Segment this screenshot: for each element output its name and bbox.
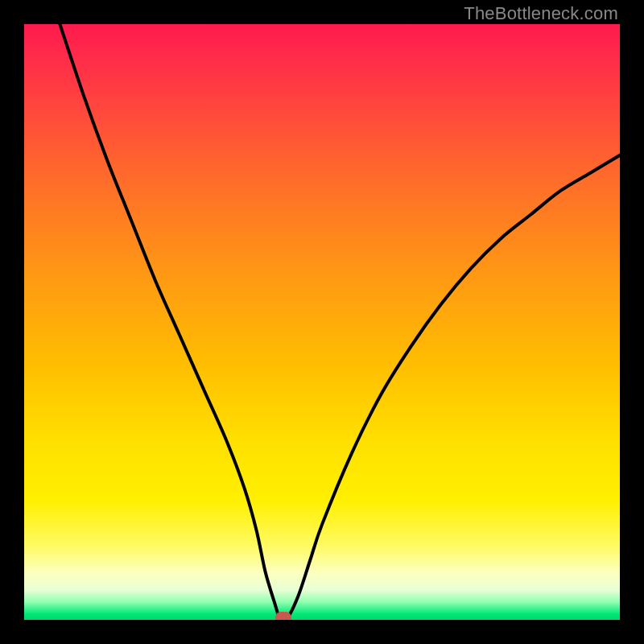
chart-plot-area [24, 24, 620, 620]
optimal-point-marker [275, 612, 291, 620]
watermark-text: TheBottleneck.com [464, 3, 618, 24]
bottleneck-curve [24, 24, 620, 620]
